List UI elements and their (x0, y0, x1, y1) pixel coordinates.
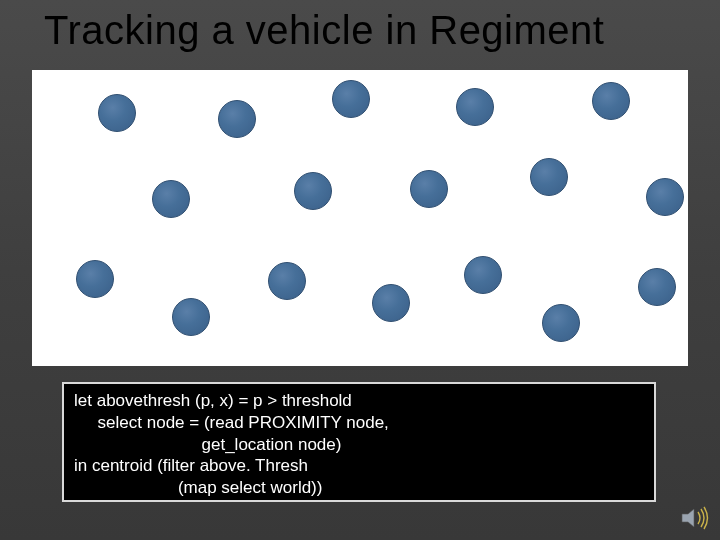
node-dot (268, 262, 306, 300)
node-dot (592, 82, 630, 120)
node-dot (76, 260, 114, 298)
node-dot (294, 172, 332, 210)
node-dot (218, 100, 256, 138)
node-dot (410, 170, 448, 208)
node-dot (638, 268, 676, 306)
code-line-5: (map select world)) (74, 478, 322, 497)
diagram-canvas (32, 70, 688, 366)
slide: Tracking a vehicle in Regiment let above… (0, 0, 720, 540)
node-dot (172, 298, 210, 336)
code-line-4: in centroid (filter above. Thresh (74, 456, 308, 475)
code-box: let abovethresh (p, x) = p > threshold s… (62, 382, 656, 502)
node-dot (372, 284, 410, 322)
node-dot (464, 256, 502, 294)
node-dot (332, 80, 370, 118)
code-line-3: get_location node) (74, 435, 341, 454)
node-dot (530, 158, 568, 196)
code-line-2: select node = (read PROXIMITY node, (74, 413, 389, 432)
slide-title: Tracking a vehicle in Regiment (44, 8, 700, 53)
node-dot (456, 88, 494, 126)
node-dot (646, 178, 684, 216)
speaker-icon (680, 506, 710, 530)
node-dot (542, 304, 580, 342)
code-line-1: let abovethresh (p, x) = p > threshold (74, 391, 352, 410)
node-dot (152, 180, 190, 218)
node-dot (98, 94, 136, 132)
